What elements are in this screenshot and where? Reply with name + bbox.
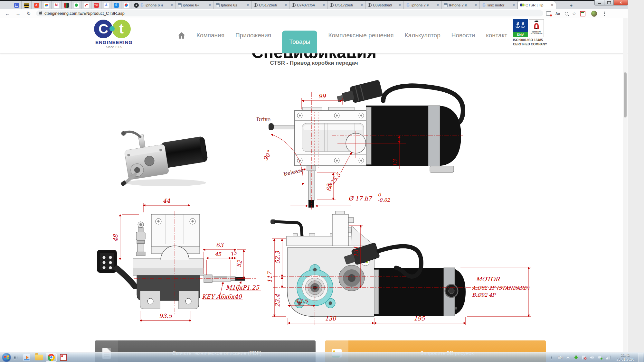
logo-engineering-text: ENGINEERING xyxy=(91,40,137,45)
reload-button[interactable]: ↻ xyxy=(25,10,32,17)
url-text[interactable]: ctengineering.com.tw/EN/product_CTSR.asp xyxy=(44,11,125,16)
zoom-icon[interactable] xyxy=(564,11,569,16)
tab-iphone6plus[interactable]: iphone 6+× xyxy=(176,1,214,9)
maximize-button[interactable] xyxy=(604,0,614,5)
close-icon[interactable]: × xyxy=(512,3,516,7)
close-icon[interactable]: × xyxy=(398,3,402,7)
motor-title: MOTOR xyxy=(476,276,500,283)
dim-195: 195 xyxy=(414,315,425,322)
disk-favicon xyxy=(444,3,448,7)
avatar[interactable] xyxy=(591,11,597,16)
minimize-button[interactable] xyxy=(594,0,604,5)
close-icon[interactable]: × xyxy=(170,3,174,7)
download-arrow-icon[interactable] xyxy=(573,355,579,360)
disk-favicon xyxy=(216,3,220,7)
gmail-icon: M xyxy=(54,3,59,8)
tab-iphone7k[interactable]: IPhone 7 K× xyxy=(442,1,480,9)
close-icon[interactable]: × xyxy=(322,3,326,7)
pinned-tab[interactable] xyxy=(121,1,131,9)
norwegian-accreditation-logo: NORWEGIANACCREDITATION xyxy=(529,19,544,37)
media-player-taskbar-icon[interactable] xyxy=(21,353,32,362)
pinned-tab[interactable]: Tm xyxy=(91,1,101,9)
scrollbar-thumb[interactable] xyxy=(624,72,627,117)
close-icon[interactable]: × xyxy=(550,3,554,7)
pinned-tab[interactable] xyxy=(81,1,91,9)
pinned-tab[interactable]: a xyxy=(32,1,42,9)
minimize-icon xyxy=(598,3,601,4)
close-icon[interactable]: × xyxy=(436,3,440,7)
usb-device-icon[interactable] xyxy=(598,355,603,360)
close-icon[interactable]: × xyxy=(360,3,364,7)
globe-favicon xyxy=(330,3,334,7)
nav-solutions[interactable]: Комплексные решения xyxy=(328,32,393,39)
dim-13-shaft: 13 xyxy=(230,249,238,257)
home-icon[interactable] xyxy=(178,32,185,39)
tab-u89[interactable]: U89ebd6a9× xyxy=(366,1,404,9)
nav-calculator[interactable]: Калькулятор xyxy=(404,32,440,39)
pinned-tab[interactable] xyxy=(22,1,32,9)
blocked-content-icon[interactable] xyxy=(546,11,552,16)
close-icon[interactable]: × xyxy=(246,3,250,7)
key-spec: KEY A6x6x40 xyxy=(202,293,242,300)
start-button[interactable] xyxy=(2,353,11,362)
tab-title: linix motor xyxy=(488,3,511,7)
image-viewer-taskbar-icon[interactable] xyxy=(58,353,69,362)
chrome-taskbar-icon[interactable] xyxy=(46,353,57,362)
globe-favicon xyxy=(292,3,296,7)
label-drive: Drive xyxy=(256,116,270,123)
browser-window: a M Tm A 6 Giphone 6 н× iphone 6+× Iphon… xyxy=(0,0,628,362)
network-signal-icon[interactable] xyxy=(606,355,611,360)
taskbar-clock[interactable]: 21:42 28.01.2020 xyxy=(615,353,636,362)
tab-uf5-1[interactable]: Uf51726e6× xyxy=(252,1,290,9)
language-indicator[interactable]: EN xyxy=(558,356,563,359)
nav-contact[interactable]: контакт xyxy=(486,32,507,39)
dim-13: 13 xyxy=(392,159,398,167)
translate-icon[interactable]: Aа xyxy=(555,11,561,16)
volume-icon[interactable] xyxy=(590,355,595,360)
site-logo[interactable]: C t ENGINEERING Since 1965 xyxy=(91,19,146,51)
ct-favicon xyxy=(520,3,524,7)
action-center-flag-icon[interactable] xyxy=(582,355,587,360)
nav-products-active[interactable]: Товары xyxy=(282,31,317,53)
site-header: C t ENGINEERING Since 1965 Компания Прил… xyxy=(0,18,628,53)
close-icon[interactable]: × xyxy=(208,3,212,7)
extension-icon[interactable] xyxy=(580,11,585,16)
hidden-icons-chevron[interactable] xyxy=(565,355,571,360)
address-bar[interactable]: ctengineering.com.tw/EN/product_CTSR.asp xyxy=(36,10,543,16)
close-icon[interactable]: × xyxy=(474,3,478,7)
pinned-tab[interactable] xyxy=(62,1,71,9)
scrollbar[interactable] xyxy=(623,18,628,352)
tab-ctsr-active[interactable]: CTSR | Пр× xyxy=(518,1,556,9)
nav-company[interactable]: Компания xyxy=(196,32,224,39)
back-button[interactable]: ← xyxy=(4,10,11,17)
logo-since-text: Since 1965 xyxy=(91,45,137,49)
close-window-button[interactable]: × xyxy=(614,0,628,5)
new-tab-button[interactable]: + xyxy=(568,2,574,8)
tab-iphone7p[interactable]: Giphone 7 P× xyxy=(404,1,442,9)
explorer-taskbar-icon[interactable] xyxy=(33,353,44,362)
globe-favicon xyxy=(368,3,372,7)
bookmark-star-icon[interactable]: ☆ xyxy=(571,11,577,16)
tab-u74[interactable]: U7487cfb4× xyxy=(290,1,328,9)
tab-linix[interactable]: Glinix motor× xyxy=(480,1,518,9)
pinned-tab[interactable] xyxy=(42,1,52,9)
show-desktop-button[interactable] xyxy=(639,353,643,362)
anchor-icon xyxy=(521,22,525,30)
pinned-tab[interactable] xyxy=(71,1,81,9)
pinned-tab[interactable]: A xyxy=(101,1,111,9)
tab-uf5-2[interactable]: Uf51726e6× xyxy=(328,1,366,9)
tab-iphone6[interactable]: Giphone 6 н× xyxy=(138,1,176,9)
close-icon[interactable]: × xyxy=(284,3,288,7)
pinned-tab[interactable] xyxy=(12,1,22,9)
tray-grip xyxy=(550,356,552,359)
pinned-tab[interactable]: M xyxy=(52,1,62,9)
window-controls: × xyxy=(594,0,628,5)
browser-menu-icon[interactable] xyxy=(601,11,607,16)
dim-99: 99 xyxy=(318,93,326,99)
tab-iphone6s[interactable]: Iphone 6s× xyxy=(214,1,252,9)
pinned-tab[interactable]: 6 xyxy=(111,1,121,9)
nav-applications[interactable]: Приложения xyxy=(235,32,271,39)
forward-button[interactable]: → xyxy=(14,10,22,17)
nav-news[interactable]: Новости xyxy=(451,32,475,39)
lock-icon[interactable] xyxy=(39,12,42,14)
